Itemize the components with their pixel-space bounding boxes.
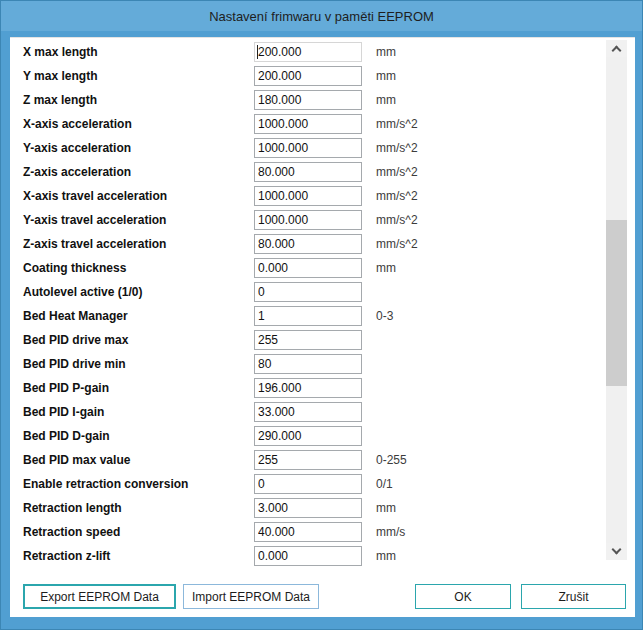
setting-unit: mm/s^2 (376, 210, 418, 230)
setting-input[interactable] (254, 402, 362, 422)
export-eeprom-button[interactable]: Export EEPROM Data (23, 584, 176, 609)
setting-input-wrap (254, 162, 362, 182)
titlebar[interactable]: Nastavení frimwaru v paměti EEPROM (1, 1, 642, 31)
setting-label: Z max length (23, 90, 97, 110)
setting-label: Coating thickness (23, 258, 126, 278)
setting-unit: mm/s^2 (376, 234, 418, 254)
setting-input[interactable] (254, 306, 362, 326)
setting-input-wrap (254, 66, 362, 86)
setting-row: Bed Heat Manager 0-3 (10, 306, 610, 326)
setting-unit: mm/s^2 (376, 138, 418, 158)
setting-input[interactable] (254, 354, 362, 374)
setting-input[interactable] (254, 258, 362, 278)
setting-input-wrap (254, 450, 362, 470)
setting-unit: mm/s^2 (376, 162, 418, 182)
setting-input-wrap (254, 90, 362, 110)
setting-input[interactable] (254, 426, 362, 446)
setting-input[interactable] (254, 330, 362, 350)
scroll-up-button[interactable] (606, 40, 627, 57)
setting-input[interactable] (254, 186, 362, 206)
vertical-scrollbar[interactable] (606, 40, 627, 560)
setting-row: Z max length mm (10, 90, 610, 110)
setting-label: Retraction length (23, 498, 122, 518)
setting-input[interactable] (254, 378, 362, 398)
setting-input-wrap (254, 402, 362, 422)
setting-label: Bed PID drive min (23, 354, 126, 374)
setting-input-wrap (254, 114, 362, 134)
settings-list: X max length mm Y max length mm Z max le… (10, 38, 635, 578)
setting-input[interactable] (254, 210, 362, 230)
setting-label: Y-axis travel acceleration (23, 210, 166, 230)
setting-row: Retraction z-lift mm (10, 546, 610, 566)
ok-button[interactable]: OK (415, 584, 511, 609)
text-caret (257, 45, 258, 59)
setting-input[interactable] (254, 162, 362, 182)
setting-unit: mm/s^2 (376, 186, 418, 206)
setting-unit: mm/s^2 (376, 114, 418, 134)
setting-row: Y max length mm (10, 66, 610, 86)
setting-input[interactable] (254, 282, 362, 302)
setting-input[interactable] (254, 66, 362, 86)
scrollbar-thumb[interactable] (606, 220, 627, 386)
setting-input-wrap (254, 234, 362, 254)
setting-input[interactable] (254, 138, 362, 158)
setting-label: Y max length (23, 66, 97, 86)
setting-input[interactable] (254, 546, 362, 566)
setting-input[interactable] (254, 474, 362, 494)
setting-input[interactable] (254, 450, 362, 470)
setting-unit: mm (376, 42, 396, 62)
setting-row: Enable retraction conversion 0/1 (10, 474, 610, 494)
setting-input[interactable] (254, 498, 362, 518)
setting-row: Retraction speed mm/s (10, 522, 610, 542)
setting-unit: mm (376, 90, 396, 110)
setting-input[interactable] (254, 90, 362, 110)
setting-row: Bed PID P-gain (10, 378, 610, 398)
cancel-button[interactable]: Zrušit (521, 584, 626, 609)
setting-input-wrap (254, 258, 362, 278)
setting-input-wrap (254, 42, 362, 62)
setting-input[interactable] (254, 42, 362, 62)
setting-label: Retraction z-lift (23, 546, 110, 566)
dialog-body: X max length mm Y max length mm Z max le… (10, 37, 635, 617)
setting-row: Z-axis acceleration mm/s^2 (10, 162, 610, 182)
setting-unit: 0-3 (376, 306, 393, 326)
setting-unit: mm (376, 258, 396, 278)
setting-row: Bed PID max value 0-255 (10, 450, 610, 470)
setting-label: Bed PID max value (23, 450, 130, 470)
setting-input-wrap (254, 354, 362, 374)
setting-row: Coating thickness mm (10, 258, 610, 278)
scroll-down-button[interactable] (606, 543, 627, 560)
setting-row: X-axis acceleration mm/s^2 (10, 114, 610, 134)
eeprom-settings-dialog: Nastavení frimwaru v paměti EEPROM X max… (0, 0, 643, 630)
setting-label: Bed PID P-gain (23, 378, 109, 398)
setting-row: Autolevel active (1/0) (10, 282, 610, 302)
setting-row: Bed PID D-gain (10, 426, 610, 446)
setting-label: Bed PID I-gain (23, 402, 104, 422)
setting-input-wrap (254, 210, 362, 230)
setting-unit: mm (376, 66, 396, 86)
setting-row: X max length mm (10, 42, 610, 62)
setting-row: Retraction length mm (10, 498, 610, 518)
setting-input-wrap (254, 546, 362, 566)
setting-input[interactable] (254, 234, 362, 254)
setting-row: X-axis travel acceleration mm/s^2 (10, 186, 610, 206)
setting-label: Enable retraction conversion (23, 474, 188, 494)
setting-label: Bed PID drive max (23, 330, 128, 350)
setting-label: Y-axis acceleration (23, 138, 131, 158)
setting-label: Z-axis travel acceleration (23, 234, 166, 254)
setting-unit: mm (376, 546, 396, 566)
setting-unit: 0/1 (376, 474, 393, 494)
setting-input-wrap (254, 138, 362, 158)
setting-input[interactable] (254, 522, 362, 542)
setting-input-wrap (254, 282, 362, 302)
import-eeprom-button[interactable]: Import EEPROM Data (183, 584, 319, 609)
setting-input-wrap (254, 474, 362, 494)
setting-input-wrap (254, 306, 362, 326)
chevron-down-icon (612, 545, 622, 555)
dialog-title: Nastavení frimwaru v paměti EEPROM (209, 9, 434, 24)
setting-label: X-axis acceleration (23, 114, 132, 134)
setting-label: X-axis travel acceleration (23, 186, 167, 206)
setting-input[interactable] (254, 114, 362, 134)
setting-label: X max length (23, 42, 98, 62)
setting-input-wrap (254, 186, 362, 206)
